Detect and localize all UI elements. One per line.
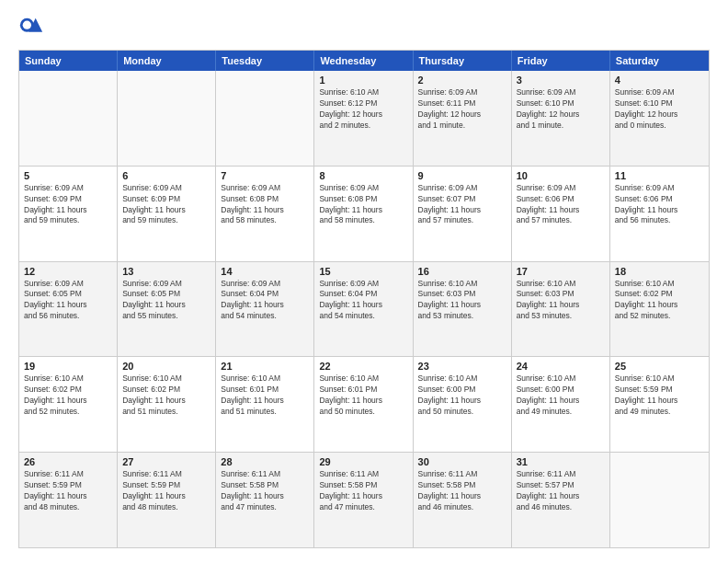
day-info: Sunrise: 6:09 AM Sunset: 6:05 PM Dayligh…: [122, 279, 210, 323]
day-number: 19: [24, 361, 112, 372]
day-number: 11: [615, 170, 704, 181]
day-info: Sunrise: 6:10 AM Sunset: 6:02 PM Dayligh…: [615, 279, 704, 323]
day-number: 31: [517, 456, 605, 467]
calendar-header-cell: Thursday: [414, 51, 512, 71]
calendar-cell: 24Sunrise: 6:10 AM Sunset: 6:00 PM Dayli…: [512, 357, 610, 452]
calendar-header: SundayMondayTuesdayWednesdayThursdayFrid…: [19, 51, 709, 71]
day-number: 18: [615, 266, 704, 277]
day-info: Sunrise: 6:10 AM Sunset: 6:12 PM Dayligh…: [319, 87, 407, 132]
day-info: Sunrise: 6:09 AM Sunset: 6:07 PM Dayligh…: [418, 183, 506, 227]
day-info: Sunrise: 6:10 AM Sunset: 6:03 PM Dayligh…: [517, 279, 605, 323]
day-info: Sunrise: 6:10 AM Sunset: 6:02 PM Dayligh…: [24, 373, 112, 418]
day-number: 6: [122, 170, 210, 181]
day-number: 22: [319, 361, 407, 372]
day-number: 16: [418, 266, 506, 277]
day-number: 26: [24, 456, 112, 467]
day-info: Sunrise: 6:11 AM Sunset: 5:58 PM Dayligh…: [319, 469, 407, 513]
day-info: Sunrise: 6:09 AM Sunset: 6:05 PM Dayligh…: [24, 279, 112, 323]
page: SundayMondayTuesdayWednesdayThursdayFrid…: [0, 0, 728, 563]
svg-point-2: [23, 21, 31, 29]
day-number: 28: [221, 456, 309, 467]
day-info: Sunrise: 6:09 AM Sunset: 6:06 PM Dayligh…: [517, 183, 605, 227]
day-number: 9: [418, 170, 506, 181]
day-number: 8: [319, 170, 407, 181]
day-number: 27: [122, 456, 210, 467]
day-info: Sunrise: 6:11 AM Sunset: 5:58 PM Dayligh…: [418, 469, 506, 513]
calendar-cell: 17Sunrise: 6:10 AM Sunset: 6:03 PM Dayli…: [512, 262, 610, 357]
day-info: Sunrise: 6:10 AM Sunset: 6:03 PM Dayligh…: [418, 279, 506, 323]
logo: [18, 15, 48, 40]
calendar-cell: 25Sunrise: 6:10 AM Sunset: 5:59 PM Dayli…: [610, 357, 709, 452]
calendar-cell: 23Sunrise: 6:10 AM Sunset: 6:00 PM Dayli…: [414, 357, 512, 452]
calendar-cell: 16Sunrise: 6:10 AM Sunset: 6:03 PM Dayli…: [414, 262, 512, 357]
calendar-cell: 13Sunrise: 6:09 AM Sunset: 6:05 PM Dayli…: [118, 262, 216, 357]
day-info: Sunrise: 6:10 AM Sunset: 6:00 PM Dayligh…: [418, 373, 506, 418]
calendar-row: 26Sunrise: 6:11 AM Sunset: 5:59 PM Dayli…: [19, 453, 709, 547]
day-number: 10: [517, 170, 605, 181]
day-info: Sunrise: 6:10 AM Sunset: 6:01 PM Dayligh…: [221, 373, 309, 418]
day-number: 20: [122, 361, 210, 372]
day-number: 12: [24, 266, 112, 277]
calendar-cell: 19Sunrise: 6:10 AM Sunset: 6:02 PM Dayli…: [19, 357, 118, 452]
day-number: 3: [517, 75, 605, 86]
calendar-cell: 30Sunrise: 6:11 AM Sunset: 5:58 PM Dayli…: [414, 453, 512, 547]
day-info: Sunrise: 6:11 AM Sunset: 5:59 PM Dayligh…: [24, 469, 112, 513]
calendar-cell: 6Sunrise: 6:09 AM Sunset: 6:09 PM Daylig…: [118, 167, 216, 261]
day-number: 30: [418, 456, 506, 467]
day-info: Sunrise: 6:09 AM Sunset: 6:04 PM Dayligh…: [319, 279, 407, 323]
calendar-header-cell: Monday: [118, 51, 216, 71]
calendar-cell: 5Sunrise: 6:09 AM Sunset: 6:09 PM Daylig…: [19, 167, 118, 261]
day-info: Sunrise: 6:10 AM Sunset: 6:00 PM Dayligh…: [517, 373, 605, 418]
day-info: Sunrise: 6:09 AM Sunset: 6:08 PM Dayligh…: [319, 183, 407, 227]
day-info: Sunrise: 6:10 AM Sunset: 6:01 PM Dayligh…: [319, 373, 407, 418]
calendar-body: 1Sunrise: 6:10 AM Sunset: 6:12 PM Daylig…: [19, 71, 709, 547]
calendar-row: 19Sunrise: 6:10 AM Sunset: 6:02 PM Dayli…: [19, 357, 709, 453]
calendar-row: 1Sunrise: 6:10 AM Sunset: 6:12 PM Daylig…: [19, 71, 709, 167]
day-number: 14: [221, 266, 309, 277]
calendar-cell: 2Sunrise: 6:09 AM Sunset: 6:11 PM Daylig…: [414, 71, 512, 166]
day-number: 15: [319, 266, 407, 277]
calendar-cell: [118, 71, 216, 166]
calendar-cell: 1Sunrise: 6:10 AM Sunset: 6:12 PM Daylig…: [314, 71, 413, 166]
calendar-cell: 29Sunrise: 6:11 AM Sunset: 5:58 PM Dayli…: [314, 453, 413, 547]
calendar-cell: 7Sunrise: 6:09 AM Sunset: 6:08 PM Daylig…: [216, 167, 314, 261]
calendar: SundayMondayTuesdayWednesdayThursdayFrid…: [18, 50, 710, 548]
day-number: 23: [418, 361, 506, 372]
calendar-cell: 22Sunrise: 6:10 AM Sunset: 6:01 PM Dayli…: [314, 357, 413, 452]
day-number: 24: [517, 361, 605, 372]
day-info: Sunrise: 6:09 AM Sunset: 6:11 PM Dayligh…: [418, 87, 506, 132]
calendar-cell: [216, 71, 314, 166]
day-info: Sunrise: 6:09 AM Sunset: 6:09 PM Dayligh…: [122, 183, 210, 227]
calendar-header-cell: Tuesday: [216, 51, 314, 71]
calendar-row: 12Sunrise: 6:09 AM Sunset: 6:05 PM Dayli…: [19, 262, 709, 358]
header: [18, 15, 710, 40]
calendar-cell: 4Sunrise: 6:09 AM Sunset: 6:10 PM Daylig…: [610, 71, 709, 166]
calendar-cell: 12Sunrise: 6:09 AM Sunset: 6:05 PM Dayli…: [19, 262, 118, 357]
day-info: Sunrise: 6:09 AM Sunset: 6:09 PM Dayligh…: [24, 183, 112, 227]
logo-icon: [18, 15, 44, 40]
calendar-cell: 18Sunrise: 6:10 AM Sunset: 6:02 PM Dayli…: [610, 262, 709, 357]
day-info: Sunrise: 6:10 AM Sunset: 5:59 PM Dayligh…: [615, 373, 704, 418]
calendar-cell: 20Sunrise: 6:10 AM Sunset: 6:02 PM Dayli…: [118, 357, 216, 452]
day-number: 29: [319, 456, 407, 467]
calendar-cell: 31Sunrise: 6:11 AM Sunset: 5:57 PM Dayli…: [512, 453, 610, 547]
day-info: Sunrise: 6:11 AM Sunset: 5:59 PM Dayligh…: [122, 469, 210, 513]
day-number: 25: [615, 361, 704, 372]
day-number: 13: [122, 266, 210, 277]
calendar-cell: 9Sunrise: 6:09 AM Sunset: 6:07 PM Daylig…: [414, 167, 512, 261]
day-info: Sunrise: 6:09 AM Sunset: 6:10 PM Dayligh…: [615, 87, 704, 132]
calendar-cell: [19, 71, 118, 166]
calendar-cell: 28Sunrise: 6:11 AM Sunset: 5:58 PM Dayli…: [216, 453, 314, 547]
day-number: 2: [418, 75, 506, 86]
calendar-cell: [610, 453, 709, 547]
calendar-cell: 21Sunrise: 6:10 AM Sunset: 6:01 PM Dayli…: [216, 357, 314, 452]
day-info: Sunrise: 6:09 AM Sunset: 6:04 PM Dayligh…: [221, 279, 309, 323]
calendar-header-cell: Wednesday: [314, 51, 413, 71]
calendar-cell: 27Sunrise: 6:11 AM Sunset: 5:59 PM Dayli…: [118, 453, 216, 547]
calendar-cell: 11Sunrise: 6:09 AM Sunset: 6:06 PM Dayli…: [610, 167, 709, 261]
calendar-cell: 10Sunrise: 6:09 AM Sunset: 6:06 PM Dayli…: [512, 167, 610, 261]
day-info: Sunrise: 6:11 AM Sunset: 5:58 PM Dayligh…: [221, 469, 309, 513]
day-info: Sunrise: 6:09 AM Sunset: 6:08 PM Dayligh…: [221, 183, 309, 227]
day-number: 7: [221, 170, 309, 181]
calendar-cell: 14Sunrise: 6:09 AM Sunset: 6:04 PM Dayli…: [216, 262, 314, 357]
